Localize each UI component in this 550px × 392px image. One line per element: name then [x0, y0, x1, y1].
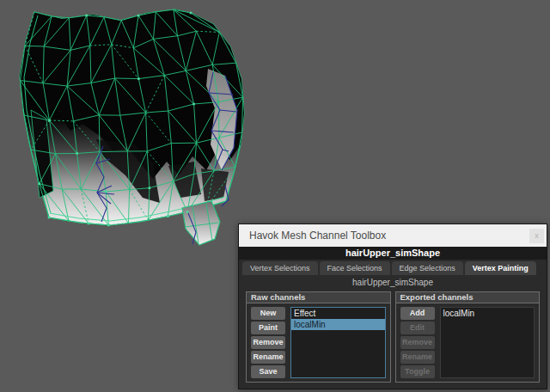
raw-new-button[interactable]: New [251, 307, 285, 320]
exported-channels-group: Exported channels AddEditRemoveRenameTog… [395, 291, 541, 383]
shape-name-header: hairUpper_simShape [239, 247, 547, 260]
raw-save-button[interactable]: Save [251, 365, 285, 378]
close-icon[interactable]: x [529, 229, 544, 243]
exported-toggle-button: Toggle [400, 365, 435, 378]
tab-face-selections[interactable]: Face Selections [320, 261, 390, 275]
raw-channels-buttons: NewPaintRemoveRenameSave [251, 307, 285, 378]
havok-mesh-channel-toolbox-dialog: Havok Mesh Channel Toolbox x hairUpper_s… [238, 224, 547, 389]
exported-add-button[interactable]: Add [400, 307, 435, 320]
exported-channels-list[interactable]: localMin [440, 307, 535, 378]
raw-paint-button[interactable]: Paint [251, 322, 285, 334]
raw-channels-group: Raw channels NewPaintRemoveRenameSave Ef… [246, 291, 391, 383]
exported-channels-buttons: AddEditRemoveRenameToggle [400, 307, 435, 378]
exported-rename-button: Rename [400, 351, 435, 364]
exported-channels-title: Exported channels [395, 291, 541, 303]
dialog-title: Havok Mesh Channel Toolbox [239, 230, 529, 242]
tab-edge-selections[interactable]: Edge Selections [392, 261, 463, 275]
raw-channels-list[interactable]: EffectlocalMin [290, 307, 386, 378]
exported-remove-button: Remove [400, 336, 435, 349]
channel-groups: Raw channels NewPaintRemoveRenameSave Ef… [239, 290, 547, 389]
raw-channels-body: NewPaintRemoveRenameSave EffectlocalMin [246, 303, 391, 383]
list-item-effect[interactable]: Effect [291, 308, 385, 319]
raw-rename-button[interactable]: Rename [251, 351, 285, 364]
list-item-localmin[interactable]: localMin [291, 319, 385, 330]
application-window: Havok Mesh Channel Toolbox x hairUpper_s… [0, 0, 550, 392]
exported-channels-body: AddEditRemoveRenameToggle localMin [395, 303, 541, 383]
tab-bar: Vertex SelectionsFace SelectionsEdge Sel… [239, 260, 547, 275]
raw-remove-button[interactable]: Remove [251, 336, 285, 349]
raw-channels-title: Raw channels [246, 291, 391, 303]
tab-vertex-painting[interactable]: Vertex Painting [465, 261, 536, 275]
list-item-localmin[interactable]: localMin [441, 308, 535, 319]
tab-vertex-selections[interactable]: Vertex Selections [242, 261, 318, 275]
exported-edit-button: Edit [400, 322, 435, 334]
shape-name-subheader: hairUpper_simShape [239, 275, 547, 290]
dialog-titlebar[interactable]: Havok Mesh Channel Toolbox x [239, 224, 547, 247]
